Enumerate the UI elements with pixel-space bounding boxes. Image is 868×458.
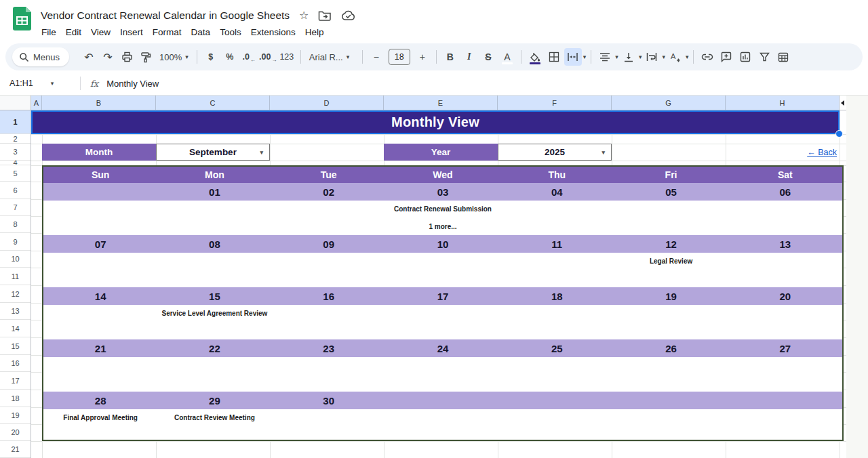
text-color-button[interactable]: A (498, 48, 516, 66)
increase-font-size-button[interactable]: + (414, 48, 431, 66)
year-label-cell[interactable]: Year (384, 144, 498, 161)
row-header-11[interactable]: 11 (0, 268, 31, 285)
calendar-event[interactable]: Contract Review Meeting (157, 409, 271, 426)
borders-button[interactable] (545, 48, 563, 66)
row-header-13[interactable]: 13 (0, 303, 31, 320)
calendar-event[interactable]: Service Level Agreement Review (157, 305, 271, 322)
row-header-16[interactable]: 16 (0, 355, 31, 372)
chevron-down-icon[interactable]: ▾ (662, 54, 665, 60)
hidden-columns-indicator[interactable] (840, 96, 846, 110)
row-header-19[interactable]: 19 (0, 407, 31, 424)
menu-file[interactable]: File (37, 26, 61, 39)
calendar-date-cell[interactable] (386, 392, 500, 409)
print-button[interactable] (118, 48, 136, 66)
calendar-date-cell[interactable]: 19 (614, 287, 728, 305)
row-header-20[interactable]: 20 (0, 424, 31, 441)
menu-help[interactable]: Help (300, 26, 329, 39)
back-link[interactable]: ← Back (807, 145, 837, 160)
month-dropdown[interactable]: September ▾ (156, 144, 270, 161)
menu-extensions[interactable]: Extensions (246, 26, 300, 39)
day-header-sun[interactable]: Sun (43, 167, 157, 183)
menu-edit[interactable]: Edit (61, 26, 86, 39)
undo-button[interactable]: ↶ (80, 48, 98, 66)
calendar-date-cell[interactable]: 21 (43, 339, 157, 357)
menu-insert[interactable]: Insert (115, 26, 148, 39)
increase-decimal-button[interactable]: .00→ (259, 48, 277, 66)
calendar-date-cell[interactable]: 17 (386, 287, 500, 305)
calendar-date-cell[interactable]: 10 (386, 235, 500, 253)
calendar-date-cell[interactable]: 02 (272, 183, 386, 201)
row-header-14[interactable]: 14 (0, 320, 31, 337)
calendar-event[interactable]: Legal Review (614, 253, 728, 270)
strikethrough-button[interactable]: S (479, 48, 497, 66)
decrease-decimal-button[interactable]: .0← (240, 48, 258, 66)
sheets-logo[interactable] (13, 7, 31, 31)
move-folder-icon[interactable] (318, 10, 332, 21)
column-header-C[interactable]: C (156, 96, 270, 110)
format-percent-button[interactable]: % (221, 48, 239, 66)
star-icon[interactable]: ☆ (299, 10, 309, 21)
italic-button[interactable]: I (460, 48, 478, 66)
chevron-down-icon[interactable]: ▾ (639, 54, 642, 60)
menus-button[interactable]: Menus (12, 47, 69, 66)
calendar-date-cell[interactable]: 24 (386, 339, 500, 357)
calendar-date-cell[interactable]: 03 (386, 183, 500, 201)
calendar-date-cell[interactable]: 16 (272, 287, 386, 305)
calendar-date-cell[interactable]: 01 (157, 183, 271, 201)
calendar-date-cell[interactable] (614, 392, 728, 409)
calendar-date-cell[interactable]: 05 (614, 183, 728, 201)
menu-tools[interactable]: Tools (215, 26, 246, 39)
horizontal-align-button[interactable] (596, 48, 614, 66)
calendar-date-cell[interactable]: 23 (272, 339, 386, 357)
calendar-date-cell[interactable]: 20 (728, 287, 842, 305)
menu-format[interactable]: Format (148, 26, 186, 39)
calendar-event[interactable]: 1 more... (386, 217, 500, 235)
calendar-date-cell[interactable]: 22 (157, 339, 271, 357)
row-header-8[interactable]: 8 (0, 216, 31, 233)
calendar-date-cell[interactable]: 26 (614, 339, 728, 357)
calendar-date-cell[interactable] (43, 183, 157, 201)
row-header-6[interactable]: 6 (0, 182, 31, 199)
formula-input[interactable]: Monthly View (106, 79, 159, 89)
paint-format-button[interactable] (137, 48, 155, 66)
row-header-5[interactable]: 5 (0, 165, 31, 182)
calendar-date-cell[interactable]: 25 (500, 339, 614, 357)
day-header-thu[interactable]: Thu (500, 167, 614, 183)
calendar-date-cell[interactable]: 28 (43, 392, 157, 409)
selection-fill-handle[interactable] (835, 130, 843, 138)
format-currency-button[interactable]: $ (202, 48, 220, 66)
row-header-17[interactable]: 17 (0, 372, 31, 390)
row-header-4[interactable]: 4 (0, 161, 31, 165)
functions-button[interactable] (774, 48, 792, 66)
cell-reference-box[interactable]: A1:H1 ▾ (0, 79, 75, 88)
column-header-G[interactable]: G (612, 96, 726, 110)
font-size-input[interactable]: 18 (389, 49, 410, 65)
day-header-wed[interactable]: Wed (386, 167, 500, 183)
day-header-fri[interactable]: Fri (614, 167, 728, 183)
calendar-date-cell[interactable]: 12 (614, 235, 728, 253)
menu-view[interactable]: View (86, 26, 115, 39)
calendar-date-cell[interactable]: 04 (500, 183, 614, 201)
zoom-select[interactable]: 100% ▾ (156, 48, 192, 66)
text-rotation-button[interactable]: A (667, 48, 684, 66)
column-header-E[interactable]: E (384, 96, 498, 110)
merged-title-cell[interactable]: Monthly View (31, 110, 840, 134)
calendar-event[interactable]: Contract Renewal Submission (386, 201, 500, 217)
day-header-tue[interactable]: Tue (272, 167, 386, 183)
calendar-date-cell[interactable]: 06 (728, 183, 842, 201)
bold-button[interactable]: B (441, 48, 459, 66)
decrease-font-size-button[interactable]: − (368, 48, 385, 66)
row-header-12[interactable]: 12 (0, 285, 31, 303)
redo-button[interactable]: ↷ (99, 48, 117, 66)
row-header-18[interactable]: 18 (0, 390, 31, 407)
menu-data[interactable]: Data (186, 26, 216, 39)
calendar-date-cell[interactable]: 07 (43, 235, 157, 253)
calendar-date-cell[interactable]: 11 (500, 235, 614, 253)
row-header-2[interactable]: 2 (0, 134, 31, 144)
row-header-15[interactable]: 15 (0, 337, 31, 355)
row-header-3[interactable]: 3 (0, 144, 31, 161)
row-header-1[interactable]: 1 (0, 110, 31, 134)
calendar-date-cell[interactable]: 29 (157, 392, 271, 409)
calendar-date-cell[interactable]: 09 (272, 235, 386, 253)
row-header-7[interactable]: 7 (0, 199, 31, 216)
